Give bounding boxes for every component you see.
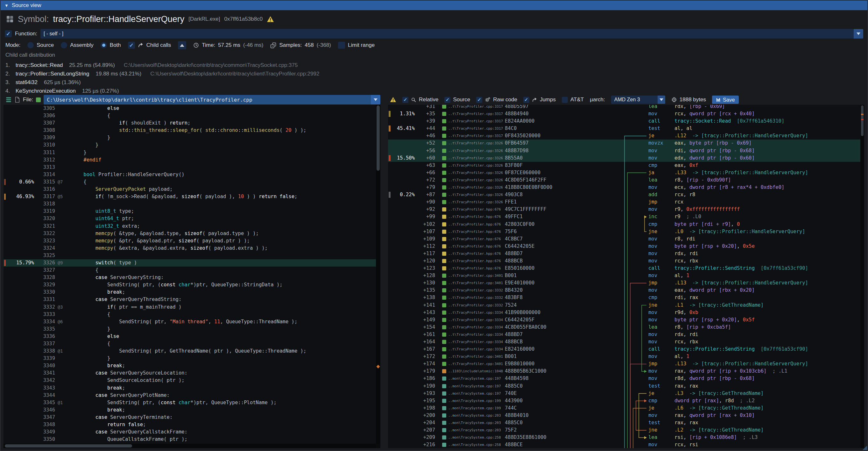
asm-instruction-row[interactable]: +123..t\TracyProfiler.hpp:676E850160000c… xyxy=(388,265,860,272)
asm-instruction-row[interactable]: +135..t\TracyProfiler.cpp:33328B4320move… xyxy=(388,287,860,294)
mode-radio-assembly[interactable]: Assembly xyxy=(61,42,94,49)
child-call-entry[interactable]: 4.KeSynchronizeExecution125 µs (0.27%) xyxy=(5,87,863,95)
asm-instruction-row[interactable]: +204..mon\TracySystem.cpp:2034885C0testr… xyxy=(388,419,860,426)
asm-instruction-row[interactable]: +107..t\TracyProfiler.hpp:67675F6jne.L0 … xyxy=(388,228,860,235)
asm-instruction-row[interactable]: +154..t\TracyProfiler.cpp:33344C8D055FBA… xyxy=(388,324,860,331)
source-line[interactable]: 3312 #endif xyxy=(3,156,376,164)
source-line[interactable]: 3328 case ServerQueryString: xyxy=(3,274,376,281)
source-line[interactable]: 15.79%3326@9 switch( type ) xyxy=(3,259,376,267)
source-line[interactable]: 3345@1 SendString( ptr, (const char*)ptr… xyxy=(3,399,376,407)
asm-instruction-row[interactable]: +112..t\TracyProfiler.hpp:676C64424205Em… xyxy=(388,243,860,250)
asm-instruction-row[interactable]: +207..mon\TracySystem.cpp:20375F2jne.L2 … xyxy=(388,426,860,434)
scrollbar-thumb[interactable] xyxy=(376,106,380,171)
asm-instruction-row[interactable]: +90..t\TracyProfiler.cpp:3326FFE1jmprcx xyxy=(388,199,860,206)
source-line[interactable]: 3306 { xyxy=(3,112,376,119)
asm-instruction-row[interactable]: +209..mon\TracySystem.cpp:258488D35E8861… xyxy=(388,434,860,441)
source-line[interactable]: 3341 case ServerQuerySourceLocation: xyxy=(3,369,376,377)
function-combo[interactable]: [ - self - ] xyxy=(40,29,863,38)
asm-instruction-row[interactable]: +179..1103\include\atomic:1048488B05B63C… xyxy=(388,367,860,375)
source-line[interactable]: 3318 xyxy=(3,200,376,208)
source-line[interactable]: 0.66%3315@7 { xyxy=(3,178,376,186)
child-calls-toggle[interactable]: Child calls xyxy=(128,42,171,49)
source-line[interactable]: 3329 SendString( ptr, (const char*)ptr, … xyxy=(3,281,376,289)
source-line[interactable]: 3327 { xyxy=(3,267,376,274)
uarch-combo[interactable]: AMD Zen 3 xyxy=(611,95,665,104)
source-line[interactable]: 3335 } xyxy=(3,326,376,333)
source-toggle[interactable]: Source xyxy=(444,96,470,103)
asm-instruction-row[interactable]: +167..t\TracyProfiler.cpp:3334E824160000… xyxy=(388,345,860,353)
source-line[interactable]: 3342 SendSourceLocation( ptr ); xyxy=(3,377,376,384)
source-line[interactable]: 3347 case ServerQueryTerminate: xyxy=(3,414,376,421)
scroll-up-button[interactable] xyxy=(178,41,186,49)
source-line[interactable]: 3310 } xyxy=(3,142,376,149)
source-line[interactable]: 3305 else xyxy=(3,105,376,112)
scrollbar-thumb[interactable] xyxy=(5,444,132,448)
asm-instruction-row[interactable]: +143..t\TracyProfiler.cpp:333441B90B0000… xyxy=(388,309,860,316)
assembly-vertical-scrollbar[interactable] xyxy=(860,105,864,448)
asm-instruction-row[interactable]: +149..t\TracyProfiler.cpp:3334C64424205F… xyxy=(388,316,860,324)
asm-instruction-row[interactable]: +46..t\TracyProfiler.cpp:33170F843502000… xyxy=(388,132,860,140)
asm-instruction-row[interactable]: +52..t\TracyProfiler.cpp:33260FB64597mov… xyxy=(388,140,860,147)
asm-instruction-row[interactable]: +164..t\TracyProfiler.cpp:3334488BCBmovr… xyxy=(388,338,860,345)
mode-radio-source[interactable]: Source xyxy=(27,42,54,49)
mode-radio-both[interactable]: Both xyxy=(101,42,121,49)
asm-instruction-row[interactable]: +102..t\TracyProfiler.hpp:67642803C0F00c… xyxy=(388,221,860,228)
asm-instruction-row[interactable]: +130..t\TracyProfiler.cpp:3401E9E4010000… xyxy=(388,279,860,287)
jumps-toggle[interactable]: Jumps xyxy=(523,96,556,103)
att-checkbox[interactable] xyxy=(562,97,568,103)
source-line[interactable]: 3325 xyxy=(3,252,376,259)
asm-instruction-row[interactable]: +174..t\TracyProfiler.cpp:3401E9B8010000… xyxy=(388,360,860,367)
source-line[interactable]: 3332@3 if( ptr == m_mainThread ) xyxy=(3,304,376,311)
asm-instruction-row[interactable]: +200..mon\TracySystem.cpp:203488B4010mov… xyxy=(388,412,860,419)
radio-icon[interactable] xyxy=(27,42,34,49)
asm-instruction-row[interactable]: +120..t\TracyProfiler.hpp:676488BCBmovrc… xyxy=(388,257,860,265)
source-line[interactable]: 3316 ServerQueryPacket payload; xyxy=(3,186,376,193)
source-line[interactable]: 3309 } xyxy=(3,134,376,142)
asm-instruction-row[interactable]: +193..mon\TracySystem.cpp:197740Eje.L3 -… xyxy=(388,390,860,397)
radio-icon[interactable] xyxy=(101,42,107,49)
asm-instruction-row[interactable]: +109..t\TracyProfiler.hpp:6764C8BC7movr8… xyxy=(388,235,860,243)
child-call-entry[interactable]: 1.tracy::Socket::Read25.25 ms (54.89%)C:… xyxy=(5,61,863,69)
function-checkbox[interactable] xyxy=(5,30,12,37)
asm-instruction-row[interactable]: +141..t\TracyProfiler.cpp:33327524jne.L1… xyxy=(388,302,860,309)
asm-instruction-row[interactable]: +79..t\TracyProfiler.cpp:3326418B8C80E0B… xyxy=(388,184,860,191)
asm-instruction-row[interactable]: +195..mon\TracySystem.cpp:199443900cmpdw… xyxy=(388,397,860,404)
asm-instruction-row[interactable]: +56..t\TracyProfiler.cpp:3326488B7D98mov… xyxy=(388,147,860,154)
source-line[interactable]: 3324 memcpy( &extra, &payload.extra, siz… xyxy=(3,245,376,252)
source-line[interactable]: 3343 break; xyxy=(3,385,376,392)
source-line[interactable]: 3330 break; xyxy=(3,289,376,296)
source-line[interactable]: 3334@6 SendString( ptr, "Main thread", 1… xyxy=(3,318,376,326)
jumps-checkbox[interactable] xyxy=(523,97,529,103)
asm-instruction-row[interactable]: +161..t\TracyProfiler.cpp:3334488BD7movr… xyxy=(388,331,860,338)
source-line[interactable]: 3308 std::this_thread::sleep_for( std::c… xyxy=(3,127,376,134)
source-line[interactable]: 3320 uint64_t ptr; xyxy=(3,215,376,222)
raw-code-toggle[interactable]: Raw code xyxy=(476,96,517,103)
asm-instruction-row[interactable]: +190..mon\TracySystem.cpp:1974885C0testr… xyxy=(388,383,860,390)
asm-instruction-row[interactable]: +92..t\TracyProfiler.hpp:67649C7C1FFFFFF… xyxy=(388,206,860,213)
source-line[interactable]: 3349 case ServerQueryCallstackFrame: xyxy=(3,428,376,436)
source-vertical-scrollbar[interactable] xyxy=(376,105,380,444)
asm-instruction-row[interactable]: +66..t\TracyProfiler.cpp:33260F87CE06000… xyxy=(388,169,860,176)
asm-instruction-row[interactable]: +128..t\TracyProfiler.cpp:3401B001moval,… xyxy=(388,272,860,279)
child-calls-checkbox[interactable] xyxy=(128,42,135,49)
source-line[interactable]: 3331 case ServerQueryThreadString: xyxy=(3,296,376,303)
child-call-entry[interactable]: 3.stat64i32625 µs (1.36%) xyxy=(5,78,863,87)
source-line[interactable]: 3323 memcpy( &ptr, &payload.ptr, sizeof(… xyxy=(3,237,376,245)
source-line[interactable]: 3346 break; xyxy=(3,407,376,414)
source-line[interactable]: 3344 case ServerQueryPlotName: xyxy=(3,392,376,399)
source-line[interactable]: 3337 { xyxy=(3,340,376,348)
asm-instruction-row[interactable]: +172..t\TracyProfiler.cpp:3401B001moval,… xyxy=(388,353,860,360)
att-toggle[interactable]: AT&T xyxy=(562,96,584,103)
source-horizontal-scrollbar[interactable] xyxy=(3,444,376,448)
title-bar[interactable]: ▼ Source view xyxy=(1,1,867,10)
radio-icon[interactable] xyxy=(61,42,67,49)
source-line[interactable]: 3311 } xyxy=(3,149,376,156)
file-combo[interactable]: C:\Users\wolf\Desktop\darkrl\contrib\tra… xyxy=(43,95,380,104)
source-line[interactable]: 3340 break; xyxy=(3,362,376,369)
raw-code-checkbox[interactable] xyxy=(476,97,482,103)
source-line[interactable]: 3313 xyxy=(3,164,376,171)
source-checkbox[interactable] xyxy=(444,97,451,103)
warning-icon[interactable] xyxy=(267,16,274,23)
collapse-icon[interactable]: ▼ xyxy=(4,3,9,8)
child-call-entry[interactable]: 2.tracy::Profiler::SendLongString19.88 m… xyxy=(5,69,863,78)
